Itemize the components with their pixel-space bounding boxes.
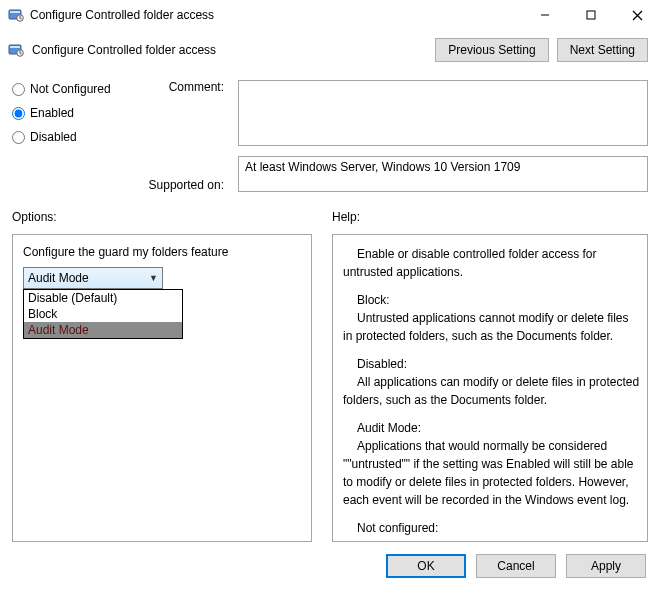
minimize-button[interactable] xyxy=(522,0,568,30)
cancel-button[interactable]: Cancel xyxy=(476,554,556,578)
header-row: Configure Controlled folder access Previ… xyxy=(0,30,660,68)
dropdown-item-disable[interactable]: Disable (Default) xyxy=(24,290,182,306)
help-panel[interactable]: Enable or disable controlled folder acce… xyxy=(332,234,648,542)
help-block-heading: Block: xyxy=(343,291,641,309)
options-panel: Configure the guard my folders feature A… xyxy=(12,234,312,542)
help-label: Help: xyxy=(332,210,648,224)
radio-enabled-label: Enabled xyxy=(30,106,74,120)
combobox-dropdown: Disable (Default) Block Audit Mode xyxy=(23,289,183,339)
chevron-down-icon: ▼ xyxy=(149,273,158,283)
supported-on-label: Supported on: xyxy=(149,178,224,192)
panels: Configure the guard my folders feature A… xyxy=(0,226,660,542)
radio-not-configured-label: Not Configured xyxy=(30,82,111,96)
svg-rect-1 xyxy=(10,11,20,13)
dialog-footer: OK Cancel Apply xyxy=(0,542,660,590)
radio-enabled[interactable]: Enabled xyxy=(12,106,136,120)
dropdown-item-block[interactable]: Block xyxy=(24,306,182,322)
radio-disabled[interactable]: Disabled xyxy=(12,130,136,144)
help-nc-heading: Not configured: xyxy=(343,519,641,537)
state-radios: Not Configured Enabled Disabled xyxy=(12,80,136,192)
help-disabled-heading: Disabled: xyxy=(343,355,641,373)
help-disabled-body: All applications can modify or delete fi… xyxy=(343,375,639,407)
guard-mode-combobox[interactable]: Audit Mode ▼ Disable (Default) Block Aud… xyxy=(23,267,163,289)
supported-on-value: At least Windows Server, Windows 10 Vers… xyxy=(245,160,520,174)
svg-rect-8 xyxy=(10,46,20,48)
field-labels: Comment: Supported on: xyxy=(146,80,228,192)
help-audit-heading: Audit Mode: xyxy=(343,419,641,437)
help-nc-body: Same as Disabled. xyxy=(357,539,458,542)
next-setting-button[interactable]: Next Setting xyxy=(557,38,648,62)
close-button[interactable] xyxy=(614,0,660,30)
policy-icon xyxy=(8,7,24,23)
dropdown-item-audit[interactable]: Audit Mode xyxy=(24,322,182,338)
window-title: Configure Controlled folder access xyxy=(30,8,522,22)
radio-not-configured[interactable]: Not Configured xyxy=(12,82,136,96)
comment-label: Comment: xyxy=(169,80,224,94)
help-block-body: Untrusted applications cannot modify or … xyxy=(343,311,628,343)
apply-button[interactable]: Apply xyxy=(566,554,646,578)
radio-disabled-label: Disabled xyxy=(30,130,77,144)
supported-on-text: At least Windows Server, Windows 10 Vers… xyxy=(238,156,648,192)
svg-rect-4 xyxy=(587,11,595,19)
previous-setting-button[interactable]: Previous Setting xyxy=(435,38,548,62)
comment-input[interactable] xyxy=(238,80,648,146)
page-title: Configure Controlled folder access xyxy=(32,43,216,57)
options-label: Options: xyxy=(12,210,312,224)
policy-icon xyxy=(8,42,24,58)
option-field-label: Configure the guard my folders feature xyxy=(23,245,301,259)
help-intro: Enable or disable controlled folder acce… xyxy=(343,245,641,281)
field-values: At least Windows Server, Windows 10 Vers… xyxy=(238,80,648,192)
help-audit-body: Applications that would normally be cons… xyxy=(343,439,634,507)
ok-button[interactable]: OK xyxy=(386,554,466,578)
state-area: Not Configured Enabled Disabled Comment:… xyxy=(0,68,660,196)
combobox-value: Audit Mode xyxy=(28,271,149,285)
title-bar: Configure Controlled folder access xyxy=(0,0,660,30)
maximize-button[interactable] xyxy=(568,0,614,30)
section-labels: Options: Help: xyxy=(0,196,660,226)
